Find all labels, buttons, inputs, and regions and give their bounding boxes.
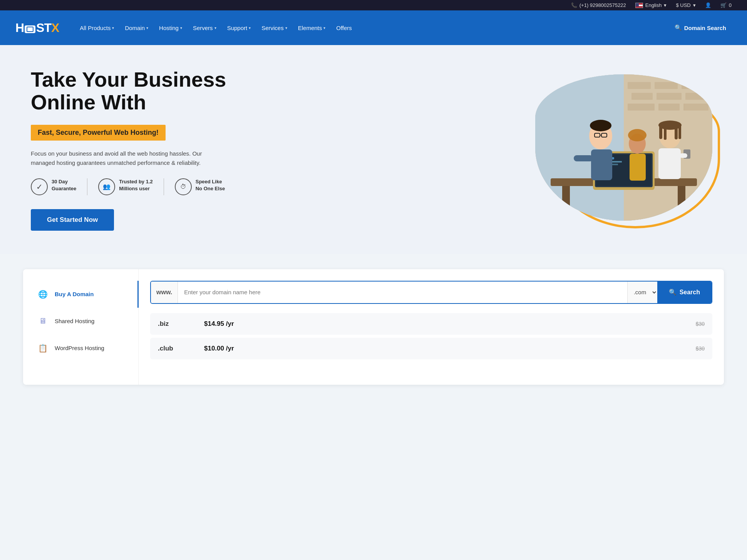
search-btn-label: Search bbox=[680, 289, 700, 296]
nav-item-domain[interactable]: Domain ▾ bbox=[119, 22, 154, 34]
svg-rect-32 bbox=[658, 148, 681, 179]
user-avatar-icon: 👤 bbox=[705, 2, 711, 8]
phone-number: (+1) 9298002575222 bbox=[580, 2, 626, 8]
user-icon[interactable]: 👤 bbox=[705, 2, 711, 8]
domain-price-biz: $14.95 /yr bbox=[204, 320, 696, 328]
svg-rect-27 bbox=[574, 155, 593, 161]
cart-icon[interactable]: 🛒 0 bbox=[720, 2, 732, 8]
svg-rect-9 bbox=[628, 104, 655, 111]
wordpress-icon: 📋 bbox=[36, 342, 49, 355]
domain-price-club: $10.00 /yr bbox=[204, 345, 696, 352]
guarantee-icon: ✓ bbox=[31, 178, 48, 195]
trusted-text: Trusted by 1.2 Millions user bbox=[119, 178, 152, 192]
domain-old-price-biz: $30 bbox=[696, 321, 705, 327]
nav-link-servers[interactable]: Servers ▾ bbox=[188, 22, 222, 34]
cart-bag-icon: 🛒 bbox=[720, 2, 727, 8]
domain-search-button[interactable]: 🔍 Search bbox=[657, 282, 712, 303]
svg-rect-13 bbox=[562, 186, 570, 217]
svg-rect-35 bbox=[664, 122, 667, 140]
search-nav-icon: 🔍 bbox=[675, 24, 682, 31]
hero-section: Take Your Business Online With Fast, Sec… bbox=[0, 45, 747, 254]
elements-caret: ▾ bbox=[323, 26, 325, 30]
servers-caret: ▾ bbox=[214, 26, 216, 30]
get-started-button[interactable]: Get Started Now bbox=[31, 209, 114, 231]
hero-content: Take Your Business Online With Fast, Sec… bbox=[31, 68, 226, 231]
hero-badge-guarantee: ✓ 30 Day Guarantee bbox=[31, 178, 76, 195]
support-caret: ▾ bbox=[249, 26, 251, 30]
sidebar-shared-hosting-label: Shared Hosting bbox=[55, 318, 94, 324]
nav-item-hosting[interactable]: Hosting ▾ bbox=[154, 22, 188, 34]
nav-link-domain[interactable]: Domain ▾ bbox=[119, 22, 154, 34]
phone-item[interactable]: 📞 (+1) 9298002575222 bbox=[571, 2, 626, 8]
nav-item-services[interactable]: Services ▾ bbox=[256, 22, 293, 34]
hero-svg-scene bbox=[535, 74, 712, 221]
speed-icon: ⏱ bbox=[175, 178, 192, 195]
nav-link-support[interactable]: Support ▾ bbox=[222, 22, 256, 34]
hero-subtitle-badge: Fast, Secure, Powerful Web Hosting! bbox=[31, 125, 166, 141]
svg-rect-14 bbox=[678, 186, 685, 217]
svg-rect-34 bbox=[659, 124, 662, 139]
globe-icon: 🌐 bbox=[36, 288, 49, 301]
cart-count: 0 bbox=[729, 2, 732, 8]
nav-link-offers[interactable]: Offers bbox=[331, 22, 357, 34]
domain-old-price-club: $30 bbox=[696, 345, 705, 352]
logo-link[interactable]: HSTX bbox=[15, 21, 59, 35]
flag-icon bbox=[635, 3, 643, 8]
logo-text: HSTX bbox=[15, 21, 59, 35]
badge-divider-2 bbox=[164, 178, 164, 195]
svg-rect-37 bbox=[678, 124, 681, 139]
svg-rect-22 bbox=[591, 149, 612, 180]
domain-search-nav-label: Domain Search bbox=[684, 25, 726, 31]
svg-rect-2 bbox=[535, 74, 624, 221]
domain-search-input[interactable] bbox=[178, 282, 627, 303]
svg-rect-5 bbox=[682, 82, 708, 89]
domain-section: 🌐 Buy A Domain 🖥 Shared Hosting 📋 WordPr… bbox=[23, 269, 724, 385]
nav-link-all-products[interactable]: All Products ▾ bbox=[74, 22, 119, 34]
sidebar-buy-domain-label: Buy A Domain bbox=[55, 291, 94, 297]
svg-rect-6 bbox=[631, 93, 653, 100]
svg-point-26 bbox=[590, 120, 611, 131]
users-icon: 👥 bbox=[98, 178, 115, 195]
svg-rect-4 bbox=[655, 82, 678, 89]
nav-link-hosting[interactable]: Hosting ▾ bbox=[154, 22, 188, 34]
domain-search-nav[interactable]: 🔍 Domain Search bbox=[669, 21, 732, 34]
sidebar-item-buy-domain[interactable]: 🌐 Buy A Domain bbox=[31, 281, 131, 308]
hero-scene-image bbox=[535, 74, 712, 221]
nav-item-elements[interactable]: Elements ▾ bbox=[293, 22, 331, 34]
server-icon: 🖥 bbox=[36, 315, 49, 328]
sidebar-item-wordpress-hosting[interactable]: 📋 WordPress Hosting bbox=[31, 335, 131, 362]
services-caret: ▾ bbox=[285, 26, 287, 30]
domain-price-row-club: .club $10.00 /yr $30 bbox=[150, 338, 712, 359]
hosting-caret: ▾ bbox=[180, 26, 182, 30]
svg-rect-3 bbox=[628, 82, 651, 89]
nav-item-all-products[interactable]: All Products ▾ bbox=[74, 22, 119, 34]
nav-link-services[interactable]: Services ▾ bbox=[256, 22, 293, 34]
svg-rect-36 bbox=[675, 123, 678, 139]
language-selector[interactable]: English ▾ bbox=[635, 2, 667, 8]
svg-rect-30 bbox=[630, 154, 646, 181]
nav-item-servers[interactable]: Servers ▾ bbox=[188, 22, 222, 34]
all-products-caret: ▾ bbox=[112, 26, 114, 30]
topbar: 📞 (+1) 9298002575222 English ▾ $ USD ▾ 👤… bbox=[0, 0, 747, 10]
currency-selector[interactable]: $ USD ▾ bbox=[676, 2, 695, 8]
hero-image-box bbox=[535, 74, 712, 221]
badge-divider-1 bbox=[87, 178, 87, 195]
hero-image-wrap bbox=[535, 74, 716, 225]
nav-link-elements[interactable]: Elements ▾ bbox=[293, 22, 331, 34]
svg-rect-8 bbox=[685, 93, 708, 100]
domain-main: www. .com .net .org .biz 🔍 Search .biz $… bbox=[139, 269, 724, 385]
currency-label: $ USD bbox=[676, 2, 690, 8]
language-caret: ▾ bbox=[664, 2, 667, 8]
www-label: www. bbox=[151, 282, 178, 303]
nav-item-offers[interactable]: Offers bbox=[331, 22, 357, 34]
nav-item-support[interactable]: Support ▾ bbox=[222, 22, 256, 34]
hero-badge-trusted: 👥 Trusted by 1.2 Millions user bbox=[98, 178, 152, 195]
tld-dropdown[interactable]: .com .net .org .biz bbox=[627, 282, 657, 303]
logo-house-icon bbox=[25, 25, 35, 33]
domain-search-bar: www. .com .net .org .biz 🔍 Search bbox=[150, 281, 712, 304]
domain-ext-biz: .biz bbox=[158, 320, 204, 328]
sidebar-item-shared-hosting[interactable]: 🖥 Shared Hosting bbox=[31, 308, 131, 335]
domain-caret: ▾ bbox=[146, 26, 148, 30]
language-label: English bbox=[645, 2, 662, 8]
svg-rect-11 bbox=[683, 104, 708, 111]
